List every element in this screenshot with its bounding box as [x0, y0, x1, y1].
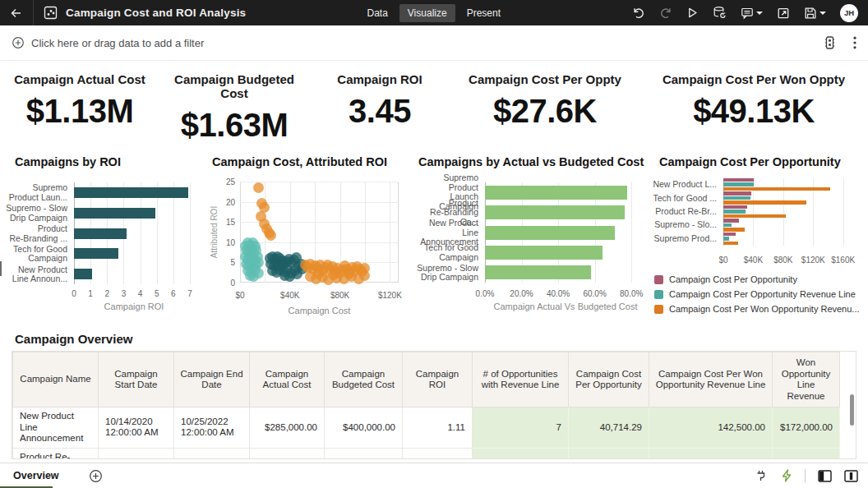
annotations-button[interactable]: [741, 7, 763, 20]
y-tick-label: 25: [219, 177, 235, 186]
chart-campaigns-by-roi: Campaigns by ROI 01234567Campaign ROISup…: [0, 151, 205, 325]
user-avatar[interactable]: JH: [840, 4, 858, 22]
cost-bar[interactable]: [723, 242, 738, 246]
kpi-label: Campaign Cost Per Won Oppty: [639, 72, 868, 86]
column-header[interactable]: Campaign ROI: [403, 352, 473, 407]
kpi-value: $1.13M: [0, 93, 159, 130]
roi-bar[interactable]: [74, 228, 127, 239]
cost-bar[interactable]: [723, 196, 750, 200]
database-refresh-icon: [713, 6, 727, 20]
more-options-icon[interactable]: [853, 36, 856, 49]
tab-visualize[interactable]: Visualize: [399, 4, 455, 22]
caret-down-icon: [820, 12, 826, 15]
scatter-point[interactable]: [248, 271, 259, 282]
roi-bar[interactable]: [485, 246, 603, 260]
y-tick-label: 15: [219, 218, 235, 227]
cost-bar[interactable]: [723, 187, 830, 191]
scatter-point[interactable]: [313, 269, 324, 279]
filter-bar[interactable]: Click here or drag data to add a filter: [0, 25, 868, 61]
open-in-window-button[interactable]: [777, 7, 790, 20]
undo-button[interactable]: [632, 7, 645, 20]
kpi-value: $49.13K: [639, 93, 868, 130]
kpi-card: Campaign ROI3.45: [309, 72, 450, 151]
table-row[interactable]: New Product Line Announcement10/14/2020 …: [13, 407, 840, 449]
table-cell: 142,500.00: [649, 407, 773, 449]
tab-data[interactable]: Data: [358, 4, 395, 22]
refresh-data-button[interactable]: [713, 6, 727, 20]
table-cell: $400,000.00: [325, 407, 403, 449]
x-tick-label: 2: [104, 289, 109, 298]
cost-bar[interactable]: [723, 209, 746, 214]
x-tick-label: 0.0%: [476, 289, 495, 298]
roi-bar[interactable]: [74, 208, 155, 219]
center-panel-toggle-icon[interactable]: [844, 470, 858, 482]
column-header[interactable]: Campaign Start Date: [99, 352, 174, 407]
column-header[interactable]: Campaign Cost Per Opportunity: [569, 352, 649, 407]
cost-bar[interactable]: [723, 205, 747, 209]
cost-bar[interactable]: [723, 237, 729, 241]
left-panel-toggle-icon[interactable]: [818, 470, 832, 482]
x-axis-title: Campaign Cost: [289, 306, 351, 315]
roi-bar[interactable]: [485, 226, 615, 240]
add-page-button[interactable]: [89, 469, 103, 483]
legend-label: Campaign Cost Per Opportunity Revenue Li…: [669, 289, 856, 299]
save-button[interactable]: [804, 7, 826, 20]
x-tick-label: 3: [122, 289, 127, 298]
table-cell: 40,714.29: [569, 407, 649, 449]
column-header[interactable]: # of Opportunities with Revenue Line: [473, 352, 569, 407]
gridline: [190, 182, 191, 284]
roi-bar[interactable]: [485, 205, 625, 219]
cost-bar[interactable]: [723, 191, 751, 196]
legend-label: Campaign Cost Per Opportunity: [669, 274, 797, 284]
cost-bar[interactable]: [723, 178, 754, 182]
roi-bar[interactable]: [74, 187, 188, 198]
run-button[interactable]: [686, 7, 699, 19]
conditional-formatting-icon[interactable]: [823, 35, 837, 50]
column-header[interactable]: Campaign Budgeted Cost: [325, 352, 403, 407]
back-button[interactable]: [0, 0, 33, 25]
top-bar: Campaign Cost and ROI Analysis Data Visu…: [0, 0, 868, 25]
divider: [805, 469, 806, 482]
table-row[interactable]: Product Re-Branding Campaign10/14/2020 1…: [13, 448, 840, 459]
roi-bar[interactable]: [74, 248, 118, 259]
redo-button[interactable]: [659, 7, 672, 20]
table-scrollbar[interactable]: [850, 394, 854, 426]
column-header[interactable]: Won Opportunity Line Revenue: [773, 352, 840, 407]
roi-bar[interactable]: [485, 186, 627, 200]
tab-present[interactable]: Present: [459, 4, 509, 22]
charts-row: Campaigns by ROI 01234567Campaign ROISup…: [0, 151, 868, 325]
scatter-chart-icon: [44, 6, 58, 20]
connector-icon[interactable]: [755, 469, 769, 482]
column-header[interactable]: Campaign Name: [13, 352, 99, 407]
cost-bar[interactable]: [723, 200, 806, 205]
page-scrollbar[interactable]: [0, 261, 2, 276]
x-tick-label: 5: [155, 289, 159, 298]
chart-title: Campaigns by ROI: [15, 155, 121, 168]
footer-bar: Overview: [0, 463, 868, 488]
x-tick-label: 80.0%: [620, 289, 643, 298]
x-tick-label: $160K: [831, 256, 855, 265]
category-label: Tech for Good ...: [653, 194, 717, 204]
column-header[interactable]: Campaign End Date: [174, 352, 250, 407]
cost-bar[interactable]: [723, 182, 754, 186]
x-axis-title: Campaign ROI: [104, 302, 164, 311]
campaign-table-wrapper: Campaign NameCampaign Start DateCampaign…: [12, 351, 856, 459]
column-header[interactable]: Campaign Actual Cost: [250, 352, 325, 407]
scatter-point[interactable]: [344, 269, 354, 279]
cost-bar[interactable]: [723, 219, 739, 223]
table-cell: 10/14/2020 12:00:00 AM: [99, 407, 174, 449]
cost-bar[interactable]: [723, 228, 745, 232]
table-cell: Product Re-Branding Campaign: [13, 448, 99, 459]
chart-cost-attributed-roi: Campaign Cost, Attributed ROI $0$40K$80K…: [205, 151, 413, 325]
cost-bar[interactable]: [723, 232, 736, 237]
roi-bar[interactable]: [485, 265, 591, 279]
spark-suggestions-icon[interactable]: [781, 469, 792, 482]
x-tick-label: 40.0%: [547, 289, 570, 298]
y-tick-label: 20: [219, 197, 235, 206]
legend-label: Campaign Cost Per Won Opportunity Revenu…: [669, 304, 860, 314]
cost-bar[interactable]: [723, 214, 786, 219]
roi-bar[interactable]: [74, 269, 92, 279]
cost-bar[interactable]: [723, 223, 732, 228]
column-header[interactable]: Campaign Cost Per Won Opportunity Revenu…: [649, 352, 773, 407]
tab-overview[interactable]: Overview: [10, 463, 67, 488]
